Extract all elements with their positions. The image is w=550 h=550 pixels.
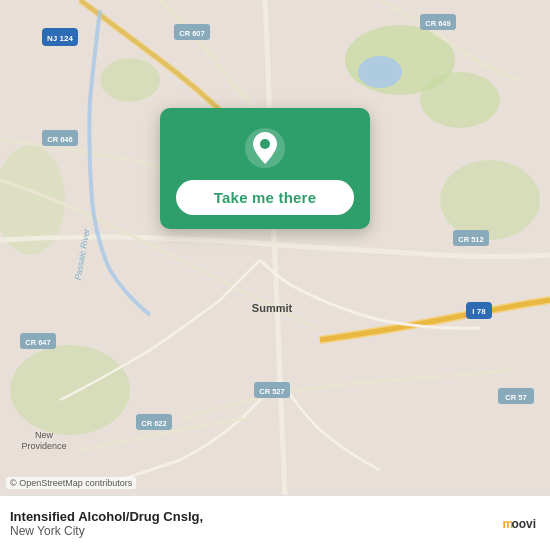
svg-text:NJ 124: NJ 124 xyxy=(47,34,73,43)
svg-point-2 xyxy=(420,72,500,128)
svg-point-5 xyxy=(100,58,160,102)
svg-point-7 xyxy=(358,56,402,88)
pin-icon xyxy=(243,126,287,170)
svg-text:I 78: I 78 xyxy=(472,307,486,316)
place-info: Intensified Alcohol/Drug Cnslg, New York… xyxy=(10,509,203,538)
svg-text:oovit: oovit xyxy=(511,517,536,531)
svg-text:CR 646: CR 646 xyxy=(47,135,72,144)
svg-text:CR 57: CR 57 xyxy=(505,393,526,402)
map-container: NJ 124 CR 607 CR 649 CR 646 CR 512 I 78 … xyxy=(0,0,550,495)
map-attribution: © OpenStreetMap contributors xyxy=(6,477,136,489)
svg-point-33 xyxy=(260,139,270,149)
svg-text:CR 647: CR 647 xyxy=(25,338,50,347)
svg-text:CR 622: CR 622 xyxy=(141,419,166,428)
moovit-brand-icon: m oovit xyxy=(500,505,536,541)
svg-text:Providence: Providence xyxy=(21,441,66,451)
place-name: Intensified Alcohol/Drug Cnslg, xyxy=(10,509,203,524)
moovit-logo: m oovit xyxy=(500,505,536,541)
svg-text:CR 649: CR 649 xyxy=(425,19,450,28)
place-city: New York City xyxy=(10,524,203,538)
bottom-bar: Intensified Alcohol/Drug Cnslg, New York… xyxy=(0,495,550,550)
svg-point-4 xyxy=(10,345,130,435)
location-card: Take me there xyxy=(160,108,370,229)
svg-text:CR 527: CR 527 xyxy=(259,387,284,396)
svg-text:Summit: Summit xyxy=(252,302,293,314)
svg-text:CR 607: CR 607 xyxy=(179,29,204,38)
svg-point-3 xyxy=(440,160,540,240)
svg-text:New: New xyxy=(35,430,54,440)
take-me-there-button[interactable]: Take me there xyxy=(176,180,354,215)
svg-text:CR 512: CR 512 xyxy=(458,235,483,244)
